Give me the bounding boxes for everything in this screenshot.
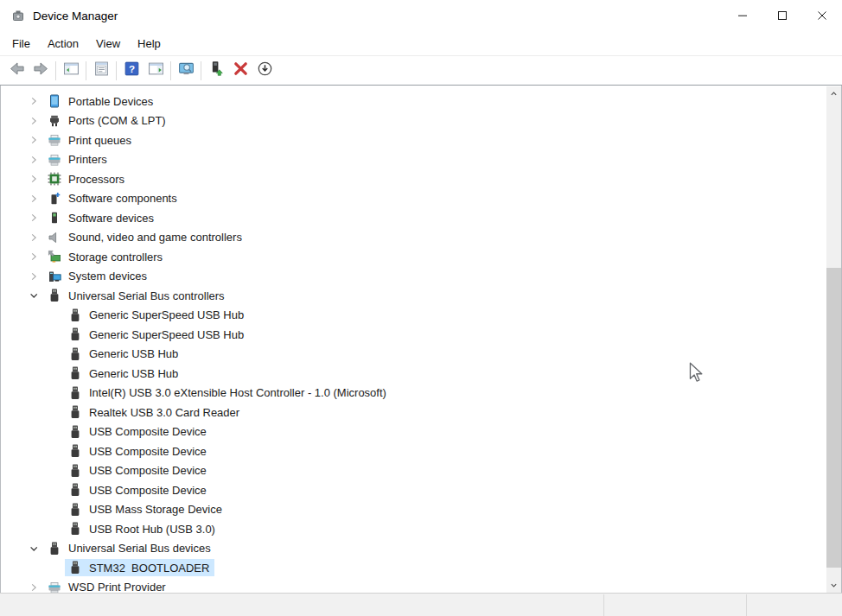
chevron-down-icon[interactable] (27, 289, 41, 302)
tree-item[interactable]: Processors (1, 169, 826, 189)
uninstall-device-icon (233, 60, 249, 80)
chevron-right-icon[interactable] (27, 211, 41, 225)
close-button[interactable] (802, 0, 842, 31)
toolbar-separator (201, 61, 201, 80)
tree-item[interactable]: STM32 BOOTLOADER (1, 558, 826, 578)
scrollbar-thumb[interactable] (826, 268, 841, 568)
tree-item-body[interactable]: Processors (44, 170, 130, 187)
tree-item[interactable]: Sound, video and game controllers (1, 228, 826, 248)
tree-item[interactable]: USB Root Hub (USB 3.0) (1, 519, 826, 539)
tree-item-label: USB Root Hub (USB 3.0) (89, 523, 215, 536)
tree-item-body[interactable]: USB Composite Device (65, 481, 212, 499)
device-manager-icon (11, 9, 25, 22)
tree-item-body[interactable]: System devices (44, 268, 152, 285)
chevron-right-icon[interactable] (27, 270, 41, 283)
tree-item[interactable]: USB Composite Device (1, 441, 826, 461)
tree-item-body[interactable]: Realtek USB 3.0 Card Reader (65, 403, 245, 421)
tree-item-body[interactable]: USB Root Hub (USB 3.0) (65, 520, 220, 537)
chevron-right-icon[interactable] (27, 94, 41, 108)
tree-item[interactable]: Generic SuperSpeed USB Hub (1, 306, 826, 326)
tree-item-label: USB Mass Storage Device (89, 503, 222, 516)
tree-item[interactable]: WSD Print Provider (1, 578, 826, 594)
tree-item[interactable]: Ports (COM & LPT) (1, 111, 826, 131)
tree-item-body[interactable]: Software components (44, 190, 182, 207)
menu-view[interactable]: View (87, 34, 129, 54)
tree-item-body[interactable]: Sound, video and game controllers (44, 229, 247, 246)
chevron-spacer (48, 308, 61, 322)
update-driver-icon (208, 60, 225, 80)
back-arrow-button[interactable] (4, 60, 29, 82)
chevron-right-icon[interactable] (27, 172, 41, 186)
update-driver-button[interactable] (204, 60, 228, 82)
properties-button[interactable] (89, 60, 113, 82)
tree-item-body[interactable]: USB Mass Storage Device (65, 501, 227, 518)
tree-item-body[interactable]: Software devices (44, 209, 159, 226)
tree-item-body[interactable]: Printers (44, 151, 112, 168)
chevron-right-icon[interactable] (27, 133, 41, 147)
processor-icon (48, 172, 61, 186)
tree-item-body[interactable]: Universal Serial Bus devices (44, 540, 216, 557)
tree-item[interactable]: Intel(R) USB 3.0 eXtensible Host Control… (1, 384, 826, 403)
tree-item[interactable]: Generic USB Hub (1, 364, 826, 384)
tree-item[interactable]: Storage controllers (1, 247, 826, 267)
help-icon: ? (124, 60, 140, 80)
minimize-button[interactable] (723, 0, 762, 31)
tree-item[interactable]: USB Composite Device (1, 461, 826, 481)
tree-item-body[interactable]: USB Composite Device (65, 423, 212, 441)
tree-item-body[interactable]: Generic USB Hub (65, 365, 183, 382)
chevron-right-icon[interactable] (27, 114, 41, 128)
tree-item[interactable]: Software components (1, 189, 826, 209)
menu-action[interactable]: Action (39, 34, 87, 54)
tree-item-body[interactable]: Generic SuperSpeed USB Hub (65, 307, 249, 324)
uninstall-device-button[interactable] (228, 60, 252, 82)
tree-item[interactable]: Universal Serial Bus devices (1, 539, 826, 559)
scroll-up-button[interactable] (826, 86, 841, 101)
maximize-button[interactable] (762, 0, 802, 31)
tree-item-body[interactable]: USB Composite Device (65, 462, 212, 479)
chevron-right-icon[interactable] (27, 250, 41, 264)
tree-item[interactable]: Printers (1, 150, 826, 170)
tree-item[interactable]: Generic USB Hub (1, 345, 826, 365)
chevron-right-icon[interactable] (27, 153, 41, 167)
tree-item[interactable]: Realtek USB 3.0 Card Reader (1, 403, 826, 422)
tree-item-label: Sound, video and game controllers (68, 231, 242, 244)
tree-item-body[interactable]: WSD Print Provider (44, 579, 171, 593)
scan-hardware-changes-button[interactable] (174, 60, 198, 82)
show-console-tree-button[interactable] (59, 60, 83, 82)
chevron-right-icon[interactable] (27, 192, 41, 206)
tree-item[interactable]: USB Composite Device (1, 480, 826, 500)
chevron-right-icon[interactable] (27, 231, 41, 244)
tree-item-body[interactable]: Generic USB Hub (65, 346, 183, 363)
tree-item[interactable]: Software devices (1, 208, 826, 228)
tree-item-body[interactable]: Portable Devices (44, 92, 158, 110)
forward-arrow-button[interactable] (29, 60, 53, 82)
toolbar: ? (0, 56, 842, 86)
chevron-down-icon[interactable] (27, 542, 41, 556)
tree-item[interactable]: USB Mass Storage Device (1, 500, 826, 520)
tree-item[interactable]: Generic SuperSpeed USB Hub (1, 325, 826, 345)
tree-item-body[interactable]: Intel(R) USB 3.0 eXtensible Host Control… (65, 384, 392, 402)
menu-file[interactable]: File (3, 34, 39, 54)
chevron-right-icon[interactable] (27, 581, 41, 593)
tree-item-body[interactable]: Storage controllers (44, 248, 168, 265)
tree-item-body[interactable]: Ports (COM & LPT) (44, 112, 171, 130)
tree-item-body[interactable]: USB Composite Device (65, 442, 212, 460)
tree-item-selected[interactable]: STM32 BOOTLOADER (65, 559, 214, 576)
tree-item[interactable]: Universal Serial Bus controllers (1, 286, 826, 306)
tree-item[interactable]: Print queues (1, 130, 826, 150)
chevron-spacer (48, 347, 61, 361)
scroll-down-button[interactable] (826, 578, 841, 593)
menu-help[interactable]: Help (129, 34, 169, 54)
show-action-pane-button[interactable] (144, 60, 168, 82)
tree-item-body[interactable]: Print queues (44, 131, 137, 149)
usb-icon (48, 289, 61, 302)
tree-item[interactable]: USB Composite Device (1, 422, 826, 442)
tree-item-body[interactable]: Universal Serial Bus controllers (44, 287, 230, 304)
tree-item[interactable]: System devices (1, 267, 826, 287)
tree-item-body[interactable]: Generic SuperSpeed USB Hub (65, 326, 249, 343)
usb-icon (68, 425, 82, 439)
disable-device-button[interactable] (252, 60, 277, 82)
vertical-scrollbar[interactable] (826, 86, 841, 593)
tree-item[interactable]: Portable Devices (1, 92, 826, 111)
help-button[interactable]: ? (119, 60, 144, 82)
